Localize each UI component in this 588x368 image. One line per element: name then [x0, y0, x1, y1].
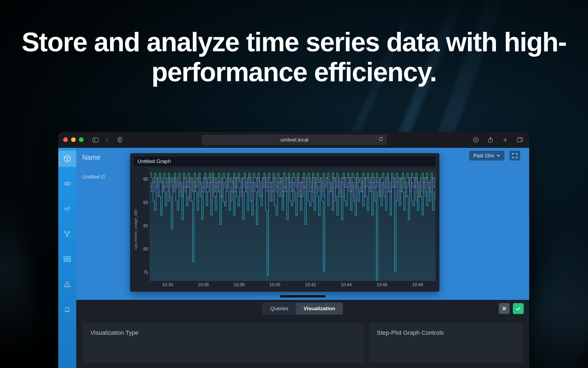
minimize-window-button[interactable] [71, 137, 76, 142]
expand-icon [512, 153, 517, 158]
svg-rect-17 [68, 257, 71, 259]
alert-icon [64, 281, 71, 287]
back-button[interactable] [103, 135, 111, 144]
cube-icon [63, 155, 71, 163]
svg-rect-16 [64, 257, 67, 259]
svg-rect-9 [517, 138, 521, 142]
tab-visualization[interactable]: Visualization [296, 303, 343, 314]
address-text: umbrel.local [280, 137, 308, 143]
downloads-button[interactable] [471, 135, 480, 144]
y-axis-label: cpu.mean_usage_idle [132, 168, 139, 290]
x-tick: 10:36 [198, 282, 209, 287]
panel-graph-controls: Step-Plot Graph Controls [369, 323, 523, 363]
main-content: Name Past 15m Untitled G cpu.mean_usage_… [76, 148, 529, 368]
check-icon [516, 307, 521, 310]
time-range-selector[interactable]: Past 15m [469, 150, 505, 161]
x-tick: 10:40 [269, 282, 280, 287]
x-tick: 10:48 [412, 282, 423, 287]
panel-title: Visualization Type [90, 329, 356, 336]
editor-tabs: Queries Visualization [262, 303, 343, 315]
privacy-shield-icon[interactable] [116, 135, 124, 144]
app-root: Name Past 15m Untitled G cpu.mean_usage_… [58, 148, 529, 368]
sidebar-toggle-button[interactable] [91, 135, 100, 144]
share-button[interactable] [486, 135, 495, 144]
reload-button[interactable] [378, 137, 383, 143]
chart-title-input[interactable] [133, 156, 436, 167]
cell-label-truncated: Untitled G [82, 174, 105, 180]
tab-overview-button[interactable] [516, 135, 524, 144]
chart-panel: cpu.mean_usage_idle 7580859095 10:3410:3… [130, 153, 439, 292]
y-tick: 90 [143, 200, 148, 205]
x-tick: 10:44 [341, 282, 352, 287]
marketing-headline: Store and analyze time series data with … [0, 27, 588, 87]
bell-icon [64, 306, 71, 313]
branch-icon [64, 230, 71, 237]
svg-point-12 [66, 183, 68, 185]
svg-point-15 [66, 235, 68, 237]
x-tick: 10:38 [234, 282, 244, 287]
eye-icon [63, 181, 71, 186]
sidebar-item-data[interactable] [58, 201, 76, 217]
sidebar [58, 148, 76, 368]
new-tab-button[interactable] [501, 135, 510, 144]
fullscreen-button[interactable] [509, 150, 520, 161]
browser-window: umbrel.local [58, 132, 529, 368]
sidebar-item-settings[interactable] [58, 301, 76, 317]
maximize-window-button[interactable] [79, 137, 84, 142]
pulse-icon [64, 205, 71, 212]
dashboard-icon [63, 256, 71, 262]
svg-point-13 [65, 231, 66, 233]
y-axis: 7580859095 [139, 168, 150, 290]
x-tick: 10:42 [305, 282, 316, 287]
panel-title: Step-Plot Graph Controls [377, 329, 515, 336]
svg-rect-18 [64, 260, 67, 261]
svg-point-14 [68, 231, 70, 233]
sidebar-item-home[interactable] [58, 150, 76, 167]
svg-point-22 [67, 286, 68, 286]
y-tick: 80 [143, 247, 148, 252]
address-bar[interactable]: umbrel.local [202, 135, 387, 145]
y-tick: 95 [143, 177, 148, 182]
y-tick: 75 [143, 270, 148, 275]
cancel-button[interactable] [499, 303, 510, 314]
chevron-down-icon [497, 155, 500, 157]
chart-body: cpu.mean_usage_idle 7580859095 10:3410:3… [130, 167, 439, 292]
confirm-button[interactable] [513, 303, 524, 314]
sidebar-item-dashboards[interactable] [58, 251, 76, 267]
close-icon [502, 306, 506, 311]
svg-rect-19 [68, 260, 71, 261]
config-panels: Visualization Type Step-Plot Graph Contr… [76, 317, 529, 368]
close-window-button[interactable] [63, 137, 68, 142]
time-range-label: Past 15m [473, 153, 494, 159]
sidebar-item-explore[interactable] [58, 176, 76, 192]
window-controls [63, 137, 84, 142]
editor-tabs-bar: Queries Visualization [76, 300, 529, 317]
chart-plot-area[interactable] [150, 168, 436, 281]
x-tick: 10:34 [162, 282, 173, 287]
sidebar-item-alerts[interactable] [58, 276, 76, 292]
panel-visualization-type: Visualization Type [83, 323, 364, 363]
panel-resize-handle[interactable] [280, 295, 326, 298]
sidebar-item-graph[interactable] [58, 226, 76, 242]
titlebar: umbrel.local [58, 132, 529, 148]
svg-rect-0 [93, 138, 98, 142]
x-tick: 10:46 [376, 282, 387, 287]
tab-queries[interactable]: Queries [263, 303, 296, 314]
y-tick: 85 [143, 224, 148, 228]
x-axis: 10:3410:3610:3810:4010:4210:4410:4610:48 [150, 281, 436, 290]
name-label: Name [82, 153, 100, 161]
